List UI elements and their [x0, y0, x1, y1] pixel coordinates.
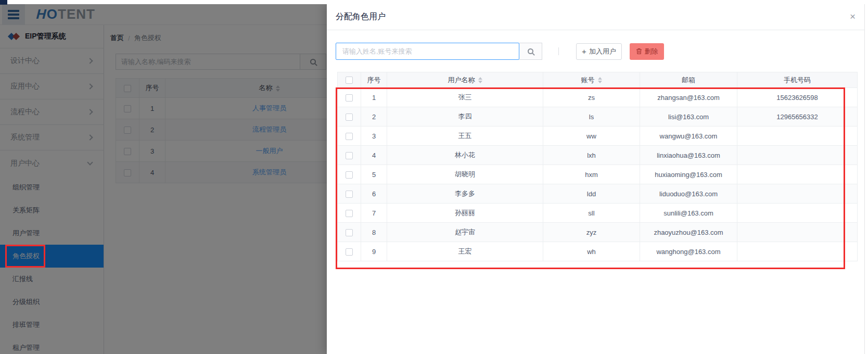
row-index-cell: 4 — [361, 146, 387, 165]
add-user-label: 加入用户 — [589, 47, 616, 56]
user-header-index: 序号 — [361, 72, 387, 88]
user-header-checkbox-cell — [338, 72, 361, 88]
row-index-cell: 5 — [361, 165, 387, 184]
row-account-cell: zyz — [543, 223, 640, 242]
trash-icon — [636, 48, 642, 55]
row-name-cell: 李多多 — [387, 184, 543, 204]
user-search-input[interactable] — [336, 43, 519, 60]
row-index-cell: 2 — [361, 107, 387, 127]
delete-label: 删除 — [645, 47, 658, 56]
user-header-email: 邮箱 — [640, 72, 737, 88]
row-name-cell: 王宏 — [387, 242, 543, 261]
row-phone-cell — [737, 146, 858, 165]
row-phone-cell: 12965656332 — [737, 107, 858, 127]
row-email-cell: huxiaoming@163.com — [640, 165, 737, 184]
row-index-cell: 7 — [361, 204, 387, 223]
row-checkbox-cell — [338, 223, 361, 242]
row-email-cell: wanghong@163.com — [640, 242, 737, 261]
table-row: 2 李四 ls lisi@163.com 12965656332 — [338, 107, 858, 127]
row-checkbox[interactable] — [346, 210, 353, 217]
row-account-cell: ls — [543, 107, 640, 127]
user-header-account-label: 账号 — [581, 76, 595, 84]
select-all-checkbox[interactable] — [346, 77, 353, 84]
row-checkbox-cell — [338, 127, 361, 146]
scrollbar[interactable] — [864, 4, 868, 354]
sort-icon[interactable] — [598, 77, 602, 83]
row-name-cell: 张三 — [387, 88, 543, 107]
table-row: 3 王五 ww wangwu@163.com — [338, 127, 858, 146]
row-checkbox-cell — [338, 88, 361, 107]
row-checkbox-cell — [338, 146, 361, 165]
row-account-cell: wh — [543, 242, 640, 261]
row-phone-cell — [737, 223, 858, 242]
row-email-cell: linxiaohua@163.com — [640, 146, 737, 165]
table-row: 1 张三 zs zhangsan@163.com 15623626598 — [338, 88, 858, 107]
row-email-cell: lisi@163.com — [640, 107, 737, 127]
row-account-cell: zs — [543, 88, 640, 107]
table-row: 5 胡晓明 hxm huxiaoming@163.com — [338, 165, 858, 184]
row-account-cell: ldd — [543, 184, 640, 204]
row-account-cell: lxh — [543, 146, 640, 165]
row-checkbox-cell — [338, 204, 361, 223]
row-email-cell: liduoduo@163.com — [640, 184, 737, 204]
delete-button[interactable]: 删除 — [630, 43, 664, 60]
row-email-cell: zhangsan@163.com — [640, 88, 737, 107]
user-table: 序号 用户名称 账号 邮箱 手机号码 1 张三 zs zhangsan@163.… — [337, 72, 858, 261]
user-table-header-row: 序号 用户名称 账号 邮箱 手机号码 — [338, 72, 858, 88]
add-user-button[interactable]: + 加入用户 — [576, 43, 622, 60]
drawer-toolbar: + 加入用户 删除 — [336, 43, 868, 60]
row-checkbox-cell — [338, 184, 361, 204]
toolbar-divider — [558, 47, 559, 55]
row-checkbox-cell — [338, 165, 361, 184]
table-row: 7 孙丽丽 sll sunlili@163.com — [338, 204, 858, 223]
table-row: 8 赵宇宙 zyz zhaoyuzhou@163.com — [338, 223, 858, 242]
row-phone-cell — [737, 204, 858, 223]
user-header-name[interactable]: 用户名称 — [387, 72, 543, 88]
row-email-cell: zhaoyuzhou@163.com — [640, 223, 737, 242]
drawer-header: 分配角色用户 × — [327, 4, 868, 30]
search-icon — [528, 48, 533, 54]
row-email-cell: sunlili@163.com — [640, 204, 737, 223]
user-search-button[interactable] — [519, 43, 542, 60]
row-checkbox[interactable] — [346, 191, 353, 198]
row-name-cell: 赵宇宙 — [387, 223, 543, 242]
row-checkbox[interactable] — [346, 133, 353, 140]
row-name-cell: 林小花 — [387, 146, 543, 165]
row-phone-cell — [737, 165, 858, 184]
top-strip — [0, 0, 868, 4]
sort-icon[interactable] — [478, 77, 482, 83]
row-checkbox[interactable] — [346, 248, 353, 256]
row-name-cell: 孙丽丽 — [387, 204, 543, 223]
table-row: 6 李多多 ldd liduoduo@163.com — [338, 184, 858, 204]
table-row: 4 林小花 lxh linxiaohua@163.com — [338, 146, 858, 165]
close-icon[interactable]: × — [850, 11, 856, 22]
row-checkbox[interactable] — [346, 113, 353, 121]
user-table-body: 1 张三 zs zhangsan@163.com 15623626598 2 李… — [338, 88, 858, 261]
assign-users-drawer: 分配角色用户 × + 加入用户 删除 序号 — [327, 4, 868, 354]
row-index-cell: 3 — [361, 127, 387, 146]
row-index-cell: 8 — [361, 223, 387, 242]
user-header-name-label: 用户名称 — [448, 76, 475, 84]
row-checkbox[interactable] — [346, 229, 353, 236]
row-phone-cell — [737, 127, 858, 146]
row-account-cell: hxm — [543, 165, 640, 184]
row-account-cell: sll — [543, 204, 640, 223]
row-checkbox-cell — [338, 242, 361, 261]
table-row: 9 王宏 wh wanghong@163.com — [338, 242, 858, 261]
row-checkbox[interactable] — [346, 94, 353, 102]
user-header-account[interactable]: 账号 — [543, 72, 640, 88]
row-email-cell: wangwu@163.com — [640, 127, 737, 146]
row-index-cell: 6 — [361, 184, 387, 204]
row-phone-cell: 15623626598 — [737, 88, 858, 107]
row-phone-cell — [737, 242, 858, 261]
top-corner-block — [0, 0, 7, 5]
row-name-cell: 李四 — [387, 107, 543, 127]
drawer-title: 分配角色用户 — [336, 11, 386, 22]
user-header-phone: 手机号码 — [737, 72, 858, 88]
row-index-cell: 9 — [361, 242, 387, 261]
app-root: HOTENT EIP管理系统 设计中心 应用中心 流程中心 — [0, 0, 868, 354]
plus-icon: + — [582, 47, 586, 56]
row-checkbox[interactable] — [346, 152, 353, 159]
row-checkbox[interactable] — [346, 171, 353, 179]
row-index-cell: 1 — [361, 88, 387, 107]
